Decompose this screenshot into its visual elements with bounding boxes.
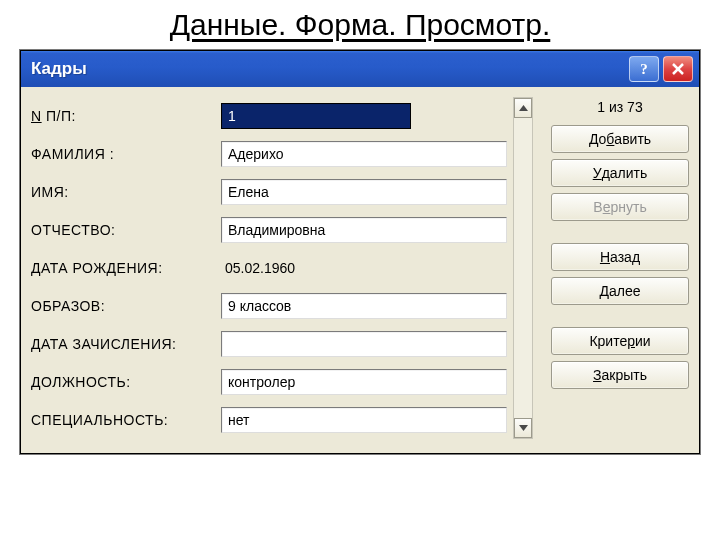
form-area: N П/П: 1 ФАМИЛИЯ : Адерихо ИМЯ: Елена ОТ… [31,97,533,439]
client-area: N П/П: 1 ФАМИЛИЯ : Адерихо ИМЯ: Елена ОТ… [21,87,699,453]
chevron-up-icon [519,105,528,111]
scroll-up-button[interactable] [514,98,532,118]
close-button[interactable] [663,56,693,82]
label-specialty: СПЕЦИАЛЬНОСТЬ: [31,412,211,428]
row-imya: ИМЯ: Елена [31,173,507,211]
side-panel: 1 из 73 Добавить Удалить Вернуть Назад Д… [539,97,689,439]
row-npp: N П/П: 1 [31,97,507,135]
row-position: ДОЛЖНОСТЬ: контролер [31,363,507,401]
label-otchestvo: ОТЧЕСТВО: [31,222,211,238]
help-button[interactable]: ? [629,56,659,82]
close-icon [671,62,685,76]
label-obrazov: ОБРАЗОВ: [31,298,211,314]
chevron-down-icon [519,425,528,431]
close-form-button[interactable]: Закрыть [551,361,689,389]
slide-title: Данные. Форма. Просмотр. [0,0,720,46]
input-familia[interactable]: Адерихо [221,141,507,167]
row-dob: ДАТА РОЖДЕНИЯ: 05.02.1960 [31,249,507,287]
row-familia: ФАМИЛИЯ : Адерихо [31,135,507,173]
record-counter: 1 из 73 [551,97,689,119]
row-obrazov: ОБРАЗОВ: 9 классов [31,287,507,325]
form-window: Кадры ? N П/П: 1 ФАМИЛИЯ : Адерихо [20,50,700,454]
help-icon: ? [637,61,651,77]
label-npp: N П/П: [31,108,211,124]
label-position: ДОЛЖНОСТЬ: [31,374,211,390]
input-position[interactable]: контролер [221,369,507,395]
input-obrazov[interactable]: 9 классов [221,293,507,319]
delete-button[interactable]: Удалить [551,159,689,187]
scroll-down-button[interactable] [514,418,532,438]
fields: N П/П: 1 ФАМИЛИЯ : Адерихо ИМЯ: Елена ОТ… [31,97,507,439]
row-enroll: ДАТА ЗАЧИСЛЕНИЯ: [31,325,507,363]
input-otchestvo[interactable]: Владимировна [221,217,507,243]
row-otchestvo: ОТЧЕСТВО: Владимировна [31,211,507,249]
label-dob: ДАТА РОЖДЕНИЯ: [31,260,211,276]
titlebar: Кадры ? [21,51,699,87]
label-familia: ФАМИЛИЯ : [31,146,211,162]
label-enroll: ДАТА ЗАЧИСЛЕНИЯ: [31,336,211,352]
svg-text:?: ? [640,61,648,77]
value-dob: 05.02.1960 [221,260,295,276]
input-npp[interactable]: 1 [221,103,411,129]
criteria-button[interactable]: Критерии [551,327,689,355]
next-button[interactable]: Далее [551,277,689,305]
add-button[interactable]: Добавить [551,125,689,153]
input-specialty[interactable]: нет [221,407,507,433]
input-imya[interactable]: Елена [221,179,507,205]
label-imya: ИМЯ: [31,184,211,200]
input-enroll[interactable] [221,331,507,357]
back-button[interactable]: Назад [551,243,689,271]
return-button: Вернуть [551,193,689,221]
scrollbar[interactable] [513,97,533,439]
window-title: Кадры [31,59,625,79]
row-specialty: СПЕЦИАЛЬНОСТЬ: нет [31,401,507,439]
